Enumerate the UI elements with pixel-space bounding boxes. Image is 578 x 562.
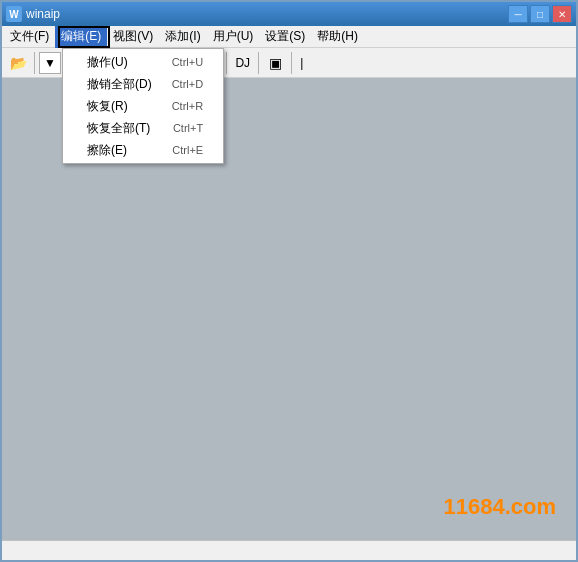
menu-view[interactable]: 视图(V) [107, 26, 159, 48]
undo-label: 撤作(U) [87, 54, 128, 71]
maximize-button[interactable]: □ [530, 5, 550, 23]
menu-file[interactable]: 文件(F) [4, 26, 55, 48]
toolbar-sep-7 [291, 52, 292, 74]
statusbar [2, 540, 576, 560]
recover-all-label: 恢复全部(T) [87, 120, 150, 137]
window-title: winaip [26, 7, 508, 21]
edit-recover[interactable]: 恢复(R) Ctrl+R [63, 95, 223, 117]
menu-help[interactable]: 帮助(H) [311, 26, 364, 48]
watermark: 11684.com [443, 494, 556, 520]
delete-shortcut: Ctrl+E [172, 144, 203, 156]
main-window: W winaip ─ □ ✕ 文件(F) 编辑(E) 视图(V) 添加(I) 用… [0, 0, 578, 562]
undo-shortcut: Ctrl+U [172, 56, 203, 68]
menu-add[interactable]: 添加(I) [159, 26, 206, 48]
menu-settings[interactable]: 设置(S) [259, 26, 311, 48]
toolbar-sep-1 [34, 52, 35, 74]
dj-label: DJ [231, 56, 254, 70]
table-button[interactable]: ▣ [263, 51, 287, 75]
menu-user[interactable]: 用户(U) [207, 26, 260, 48]
app-icon: W [6, 6, 22, 22]
menubar: 文件(F) 编辑(E) 视图(V) 添加(I) 用户(U) 设置(S) 帮助(H… [2, 26, 576, 48]
window-controls: ─ □ ✕ [508, 5, 572, 23]
bar-label: | [296, 56, 307, 70]
edit-recover-all[interactable]: 恢复全部(T) Ctrl+T [63, 117, 223, 139]
recover-label: 恢复(R) [87, 98, 128, 115]
menu-edit[interactable]: 编辑(E) [55, 26, 107, 48]
titlebar: W winaip ─ □ ✕ [2, 2, 576, 26]
edit-redo-d[interactable]: 撤销全部(D) Ctrl+D [63, 73, 223, 95]
edit-undo[interactable]: 撤作(U) Ctrl+U [63, 51, 223, 73]
delete-label: 擦除(E) [87, 142, 127, 159]
toolbar-sep-6 [258, 52, 259, 74]
redo-d-label: 撤销全部(D) [87, 76, 152, 93]
redo-d-shortcut: Ctrl+D [172, 78, 203, 90]
recover-shortcut: Ctrl+R [172, 100, 203, 112]
open-button[interactable]: 📂 [6, 51, 30, 75]
recover-all-shortcut: Ctrl+T [173, 122, 203, 134]
minimize-button[interactable]: ─ [508, 5, 528, 23]
edit-delete[interactable]: 擦除(E) Ctrl+E [63, 139, 223, 161]
dropdown-arrow-1: ▼ [44, 56, 56, 70]
toolbar-dropdown-1[interactable]: ▼ [39, 52, 61, 74]
toolbar-sep-5 [226, 52, 227, 74]
close-button[interactable]: ✕ [552, 5, 572, 23]
edit-dropdown: 撤作(U) Ctrl+U 撤销全部(D) Ctrl+D 恢复(R) Ctrl+R… [62, 48, 224, 164]
